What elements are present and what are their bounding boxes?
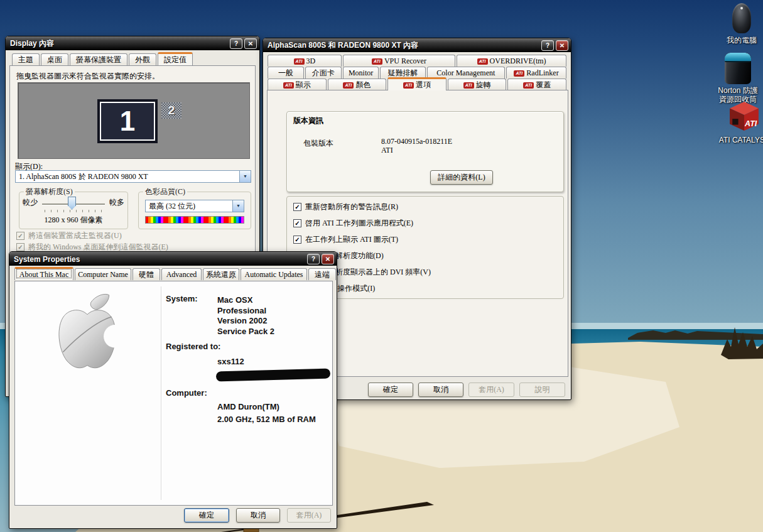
package-version-value: 8.07-040915a-018211E xyxy=(381,137,452,146)
slider-more-label: 較多 xyxy=(109,197,124,208)
tab-advanced[interactable]: Advanced xyxy=(161,268,202,280)
ati-cube-icon: ATI xyxy=(728,100,760,132)
cancel-button[interactable]: 取消 xyxy=(418,383,463,397)
system-properties-window: System Properties ? ✕ About This Mac Com… xyxy=(9,251,337,529)
apply-button[interactable]: 套用(A) xyxy=(287,508,331,523)
tab-screensaver[interactable]: 螢幕保護裝置 xyxy=(70,53,127,65)
ati-logo-icon: ATI xyxy=(514,70,524,77)
about-tab-pane: System: Mac OSX Professional Version 200… xyxy=(14,281,333,506)
tab-overdrive[interactable]: ATIOVERDRIVE(tm) xyxy=(457,55,566,67)
ati-logo-icon: ATI xyxy=(343,82,354,89)
color-spectrum-bar xyxy=(145,216,244,224)
help-button[interactable]: ? xyxy=(541,40,554,51)
window-title: AlphaScan 800S 和 RADEON 9800 XT 內容 xyxy=(268,40,539,51)
monitor-arrangement-preview: 1 2 xyxy=(18,82,250,159)
resolution-group: 螢幕解析度(S) 較少 較多 1280 x 960 個像素 xyxy=(19,192,128,229)
ok-button[interactable]: 確定 xyxy=(368,383,413,397)
checkbox-checked-icon[interactable]: ✓ xyxy=(16,232,24,240)
system-line: Version 2002 xyxy=(217,316,268,325)
tab-computer-name[interactable]: Computer Name xyxy=(75,268,131,280)
resolution-slider-thumb[interactable] xyxy=(68,197,76,210)
tab-rotation[interactable]: ATI旋轉 xyxy=(448,79,507,90)
version-group-title: 版本資訊 xyxy=(293,116,323,126)
system-line: Service Pack 2 xyxy=(217,327,274,336)
icon-label: ATI CATALYST xyxy=(716,136,763,144)
tab-remote[interactable]: 遠端 xyxy=(308,268,336,280)
ati-logo-icon: ATI xyxy=(283,82,294,89)
ati-logo-icon: ATI xyxy=(463,82,474,89)
chevron-down-icon[interactable]: ▼ xyxy=(232,200,244,212)
drag-instruction: 拖曳監視器圖示來符合監視器實際的安排。 xyxy=(16,71,160,82)
computer-line: AMD Duron(TM) xyxy=(217,402,279,411)
primary-monitor-checkbox[interactable]: ✓ 將這個裝置當成主監視器(U) xyxy=(16,231,122,241)
ati-taskbar-app-checkbox[interactable]: ✓ 啓用 ATI 工作列圖示應用程式(E) xyxy=(293,218,413,229)
tab-vpu-recover[interactable]: ATIVPU Recover xyxy=(343,55,456,67)
help-button[interactable]: ? xyxy=(307,254,320,264)
ok-button[interactable]: 確定 xyxy=(184,508,229,523)
tab-options[interactable]: ATI選項 xyxy=(387,77,446,90)
close-button[interactable]: ✕ xyxy=(322,254,334,264)
close-button[interactable]: ✕ xyxy=(244,38,257,49)
registered-label: Registered to: xyxy=(166,342,220,351)
desktop-icon-my-computer[interactable]: 我的電腦 xyxy=(722,3,761,45)
checkbox-checked-icon[interactable]: ✓ xyxy=(293,236,301,244)
tab-color[interactable]: ATI顏色 xyxy=(328,79,387,90)
slider-ticks xyxy=(45,210,104,212)
tab-desktop[interactable]: 桌面 xyxy=(41,53,68,65)
package-version-label: 包裝版本 xyxy=(303,138,333,149)
system-line: Mac OSX xyxy=(217,295,252,305)
color-quality-group: 色彩品質(C) 最高 (32 位元) ▼ xyxy=(138,192,251,229)
recycle-bin-icon xyxy=(725,53,751,84)
display-select[interactable]: 1. AlphaScan 800S 於 RADEON 9800 XT ▼ xyxy=(15,170,251,183)
color-quality-select[interactable]: 最高 (32 位元) ▼ xyxy=(145,200,244,212)
vendor-value: ATI xyxy=(381,146,393,155)
tab-system-restore[interactable]: 系統還原 xyxy=(203,268,239,280)
tab-general[interactable]: 一般 xyxy=(268,67,304,79)
help-button[interactable]: 說明 xyxy=(519,383,565,397)
tab-radlinker[interactable]: ATIRadLinker xyxy=(506,67,566,79)
ati-titlebar[interactable]: AlphaScan 800S 和 RADEON 9800 XT 內容 ? ✕ xyxy=(263,38,571,52)
show-ati-icon-checkbox[interactable]: ✓ 在工作列上顯示 ATI 圖示(T) xyxy=(293,234,398,245)
slider-less-label: 較少 xyxy=(23,197,38,208)
checkbox-checked-icon[interactable]: ✓ xyxy=(293,219,301,227)
tab-monitor[interactable]: Monitor xyxy=(343,67,379,79)
tab-automatic-updates[interactable]: Automatic Updates xyxy=(241,268,307,280)
computer-line: 2.00 GHz, 512 MB of RAM xyxy=(217,415,316,424)
desktop: 我的電腦 Norton 防護 資源回收筒 ATI ATI CATALYST Di… xyxy=(0,0,763,532)
monitor-1[interactable]: 1 xyxy=(97,99,158,143)
apple-logo-icon xyxy=(50,293,125,377)
ati-logo-icon: ATI xyxy=(372,58,382,65)
tab-about-this-mac[interactable]: About This Mac xyxy=(14,267,73,280)
window-title: System Properties xyxy=(14,255,305,264)
ati-cube-logo-text: ATI xyxy=(744,119,757,128)
computer-label: Computer: xyxy=(166,388,207,398)
tab-3d[interactable]: ATI3D xyxy=(268,55,342,67)
help-button[interactable]: ? xyxy=(230,38,242,49)
desktop-icon-ati-catalyst[interactable]: ATI ATI CATALYST xyxy=(716,100,763,144)
my-computer-icon xyxy=(732,3,751,33)
tab-appearance[interactable]: 外觀 xyxy=(129,53,156,65)
tab-overlay[interactable]: ATI覆蓋 xyxy=(507,79,566,90)
tab-hardware[interactable]: 硬體 xyxy=(133,268,160,280)
chevron-down-icon[interactable]: ▼ xyxy=(239,171,251,182)
close-button[interactable]: ✕ xyxy=(556,40,568,51)
tab-adapter[interactable]: 介面卡 xyxy=(305,67,342,79)
tab-displays[interactable]: ATI顯示 xyxy=(268,79,327,90)
monitor-2[interactable]: 2 xyxy=(161,102,181,119)
display-titlebar[interactable]: Display 內容 ? ✕ xyxy=(6,36,259,50)
icon-label: 我的電腦 xyxy=(722,36,761,45)
apply-button[interactable]: 套用(A) xyxy=(468,383,514,397)
content-divider xyxy=(161,286,161,500)
version-info-panel: 版本資訊 包裝版本 8.07-040915a-018211E ATI 詳細的資料… xyxy=(286,111,564,192)
ati-logo-icon: ATI xyxy=(294,58,305,65)
reactivate-warnings-checkbox[interactable]: ✓ 重新啓動所有的警告訊息(R) xyxy=(293,202,398,212)
redacted-marker xyxy=(216,368,330,381)
checkbox-checked-icon[interactable]: ✓ xyxy=(293,203,301,211)
cancel-button[interactable]: 取消 xyxy=(236,508,280,523)
desktop-icon-norton-recycle-bin[interactable]: Norton 防護 資源回收筒 xyxy=(713,53,762,104)
tab-themes[interactable]: 主題 xyxy=(12,53,40,65)
tab-settings[interactable]: 設定值 xyxy=(158,52,193,65)
system-titlebar[interactable]: System Properties ? ✕ xyxy=(9,252,337,266)
checkbox-checked-icon[interactable]: ✓ xyxy=(16,243,24,251)
details-button[interactable]: 詳細的資料(L) xyxy=(430,170,493,185)
